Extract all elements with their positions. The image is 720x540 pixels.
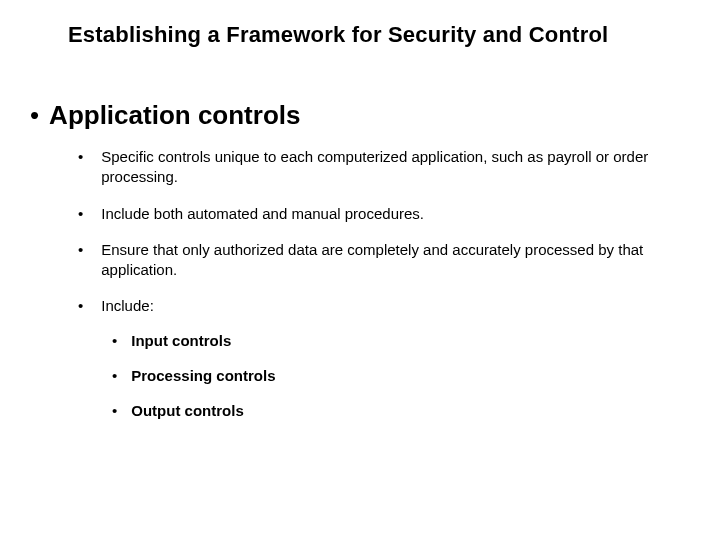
bullet-icon: •: [78, 240, 83, 260]
list-item: • Include:: [78, 296, 680, 316]
bullet-icon: •: [112, 331, 117, 351]
bullet-text: Include:: [101, 296, 154, 316]
bullet-text: Ensure that only authorized data are com…: [101, 240, 680, 281]
slide-title: Establishing a Framework for Security an…: [68, 22, 680, 48]
bullet-text: Processing controls: [131, 366, 275, 386]
bullet-icon: •: [78, 204, 83, 224]
bullet-icon: •: [112, 366, 117, 386]
subpoints: • Specific controls unique to each compu…: [78, 147, 680, 421]
heading-row: • Application controls: [30, 100, 680, 131]
section-heading: Application controls: [49, 100, 300, 131]
bullet-icon: •: [112, 401, 117, 421]
bullet-text: Input controls: [131, 331, 231, 351]
list-item: • Output controls: [112, 401, 680, 421]
bullet-icon: •: [30, 102, 39, 128]
list-item: • Processing controls: [112, 366, 680, 386]
bullet-icon: •: [78, 296, 83, 316]
list-item: • Specific controls unique to each compu…: [78, 147, 680, 188]
list-item: • Include both automated and manual proc…: [78, 204, 680, 224]
bullet-text: Include both automated and manual proced…: [101, 204, 424, 224]
bullet-icon: •: [78, 147, 83, 167]
list-item: • Input controls: [112, 331, 680, 351]
slide-container: Establishing a Framework for Security an…: [0, 0, 720, 456]
list-item: • Ensure that only authorized data are c…: [78, 240, 680, 281]
bullet-text: Specific controls unique to each compute…: [101, 147, 680, 188]
bullet-text: Output controls: [131, 401, 244, 421]
sublist: • Input controls • Processing controls •…: [112, 331, 680, 422]
